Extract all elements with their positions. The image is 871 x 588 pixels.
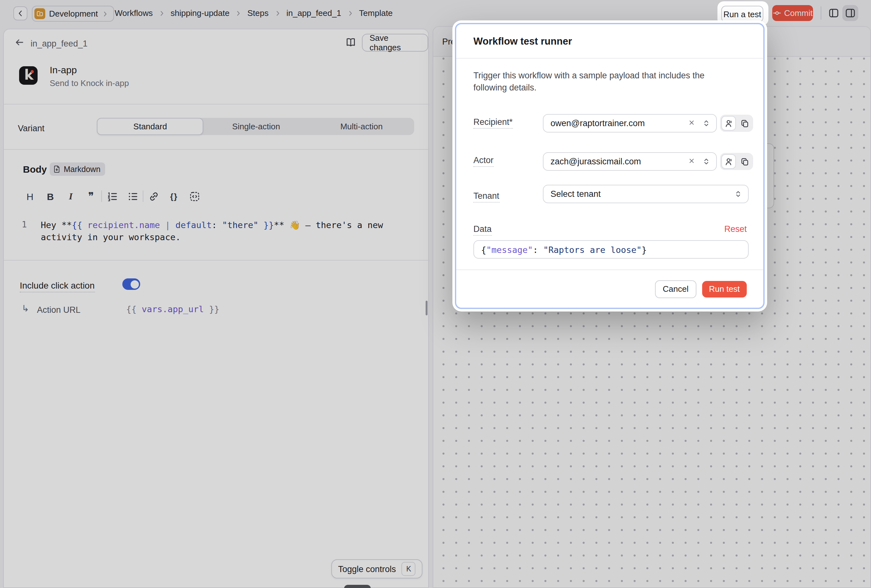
modal-title: Workflow test runner: [473, 35, 572, 47]
clear-icon[interactable]: [688, 119, 695, 126]
tenant-select-value: Select tenant: [551, 189, 601, 199]
reset-data-link[interactable]: Reset: [724, 224, 747, 234]
workflow-test-runner-modal: Workflow test runner Trigger this workfl…: [452, 20, 767, 311]
data-json-input[interactable]: {"message": "Raptors are loose"}: [473, 240, 749, 259]
modal-footer: Cancel Run test: [456, 269, 763, 308]
recipient-copy-button[interactable]: [737, 116, 752, 130]
actor-user-picker-button[interactable]: [721, 154, 736, 169]
recipient-user-picker-button[interactable]: [721, 116, 736, 130]
chevron-up-down-icon: [734, 190, 742, 198]
run-test-button[interactable]: Run test: [702, 281, 747, 297]
recipient-actions: [720, 115, 753, 132]
actor-combobox[interactable]: [543, 152, 717, 171]
modal-header: Workflow test runner: [456, 24, 763, 58]
chevron-up-down-icon[interactable]: [702, 157, 711, 166]
app-window: Development Workflows shipping-update St…: [0, 0, 871, 588]
actor-label: Actor: [473, 156, 494, 167]
actor-actions: [720, 153, 753, 170]
recipient-label: Recipient*: [473, 117, 513, 129]
run-a-test-button[interactable]: Run a test: [721, 6, 763, 22]
modal-focus-ring: Workflow test runner Trigger this workfl…: [455, 23, 765, 309]
tenant-select[interactable]: Select tenant: [543, 185, 749, 203]
chevron-up-down-icon[interactable]: [702, 119, 711, 127]
data-label: Data: [473, 224, 492, 236]
data-json-value: {"message": "Raptors are loose"}: [481, 245, 647, 255]
cancel-button[interactable]: Cancel: [655, 280, 696, 298]
run-a-test-label: Run a test: [723, 9, 762, 19]
clear-icon[interactable]: [688, 157, 695, 165]
recipient-combobox[interactable]: [543, 114, 717, 133]
recipient-input[interactable]: [551, 115, 678, 132]
actor-copy-button[interactable]: [737, 154, 752, 169]
modal-description: Trigger this workflow with a sample payl…: [473, 69, 727, 94]
actor-input[interactable]: [551, 153, 678, 170]
tenant-label: Tenant: [473, 191, 499, 203]
